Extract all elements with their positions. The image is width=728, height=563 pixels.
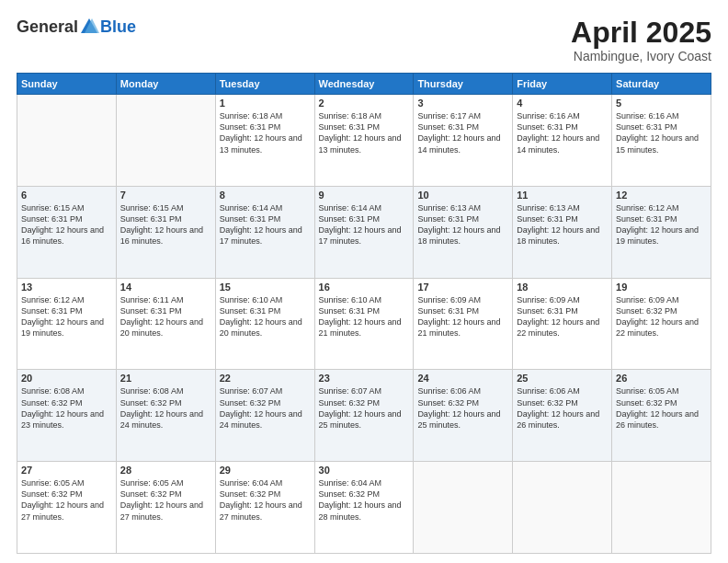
day-number: 22 <box>220 373 311 384</box>
day-number: 13 <box>21 282 112 293</box>
day-info: Sunrise: 6:05 AMSunset: 6:32 PMDaylight:… <box>120 478 203 521</box>
logo-general: General <box>17 17 78 37</box>
calendar-day-cell: 12 Sunrise: 6:12 AMSunset: 6:31 PMDaylig… <box>612 186 711 278</box>
calendar-day-cell: 28 Sunrise: 6:05 AMSunset: 6:32 PMDaylig… <box>116 462 215 554</box>
day-info: Sunrise: 6:14 AMSunset: 6:31 PMDaylight:… <box>319 203 402 246</box>
day-number: 29 <box>220 465 311 476</box>
day-info: Sunrise: 6:14 AMSunset: 6:31 PMDaylight:… <box>220 203 302 246</box>
day-number: 6 <box>21 190 112 201</box>
day-info: Sunrise: 6:09 AMSunset: 6:31 PMDaylight:… <box>417 295 500 338</box>
calendar-day-cell: 9 Sunrise: 6:14 AMSunset: 6:31 PMDayligh… <box>314 186 414 278</box>
header: General Blue April 2025 Nambingue, Ivory… <box>17 17 711 63</box>
calendar-day-cell: 3 Sunrise: 6:17 AMSunset: 6:31 PMDayligh… <box>414 95 513 187</box>
calendar-day-cell: 16 Sunrise: 6:10 AMSunset: 6:31 PMDaylig… <box>314 278 414 370</box>
calendar-header-monday: Monday <box>116 74 215 95</box>
day-info: Sunrise: 6:07 AMSunset: 6:32 PMDaylight:… <box>220 386 302 429</box>
logo-icon <box>79 17 99 37</box>
day-number: 1 <box>220 98 311 109</box>
day-number: 19 <box>616 282 707 293</box>
day-number: 2 <box>319 98 410 109</box>
logo-text: General Blue <box>17 17 136 37</box>
day-number: 4 <box>517 98 608 109</box>
calendar-header-sunday: Sunday <box>17 74 117 95</box>
calendar-day-cell: 19 Sunrise: 6:09 AMSunset: 6:32 PMDaylig… <box>612 278 711 370</box>
calendar-day-cell: 25 Sunrise: 6:06 AMSunset: 6:32 PMDaylig… <box>513 370 612 462</box>
day-number: 18 <box>517 282 608 293</box>
calendar-week-row: 20 Sunrise: 6:08 AMSunset: 6:32 PMDaylig… <box>17 370 711 462</box>
day-number: 14 <box>120 282 211 293</box>
calendar-day-cell: 15 Sunrise: 6:10 AMSunset: 6:31 PMDaylig… <box>215 278 314 370</box>
calendar-day-cell: 2 Sunrise: 6:18 AMSunset: 6:31 PMDayligh… <box>314 95 414 187</box>
calendar-day-cell: 27 Sunrise: 6:05 AMSunset: 6:32 PMDaylig… <box>17 462 117 554</box>
calendar-day-cell: 10 Sunrise: 6:13 AMSunset: 6:31 PMDaylig… <box>414 186 513 278</box>
calendar-header-thursday: Thursday <box>414 74 513 95</box>
page: General Blue April 2025 Nambingue, Ivory… <box>0 0 728 563</box>
location: Nambingue, Ivory Coast <box>571 49 711 63</box>
calendar-day-cell <box>414 462 513 554</box>
day-number: 8 <box>220 190 311 201</box>
day-info: Sunrise: 6:09 AMSunset: 6:31 PMDaylight:… <box>517 295 599 338</box>
day-info: Sunrise: 6:08 AMSunset: 6:32 PMDaylight:… <box>120 386 203 429</box>
day-info: Sunrise: 6:07 AMSunset: 6:32 PMDaylight:… <box>319 386 402 429</box>
day-number: 27 <box>21 465 112 476</box>
logo-blue: Blue <box>100 17 136 37</box>
day-number: 23 <box>319 373 410 384</box>
day-info: Sunrise: 6:15 AMSunset: 6:31 PMDaylight:… <box>120 203 203 246</box>
calendar-header-friday: Friday <box>513 74 612 95</box>
day-info: Sunrise: 6:13 AMSunset: 6:31 PMDaylight:… <box>417 203 500 246</box>
day-info: Sunrise: 6:18 AMSunset: 6:31 PMDaylight:… <box>319 111 402 154</box>
day-info: Sunrise: 6:12 AMSunset: 6:31 PMDaylight:… <box>21 295 104 338</box>
calendar-day-cell <box>513 462 612 554</box>
day-info: Sunrise: 6:13 AMSunset: 6:31 PMDaylight:… <box>517 203 599 246</box>
calendar-day-cell: 24 Sunrise: 6:06 AMSunset: 6:32 PMDaylig… <box>414 370 513 462</box>
day-info: Sunrise: 6:16 AMSunset: 6:31 PMDaylight:… <box>517 111 599 154</box>
day-number: 15 <box>220 282 311 293</box>
calendar-header-row: SundayMondayTuesdayWednesdayThursdayFrid… <box>17 74 711 95</box>
calendar-day-cell: 17 Sunrise: 6:09 AMSunset: 6:31 PMDaylig… <box>414 278 513 370</box>
day-number: 30 <box>319 465 410 476</box>
day-info: Sunrise: 6:17 AMSunset: 6:31 PMDaylight:… <box>417 111 500 154</box>
calendar-day-cell: 21 Sunrise: 6:08 AMSunset: 6:32 PMDaylig… <box>116 370 215 462</box>
calendar-week-row: 1 Sunrise: 6:18 AMSunset: 6:31 PMDayligh… <box>17 95 711 187</box>
calendar-day-cell: 13 Sunrise: 6:12 AMSunset: 6:31 PMDaylig… <box>17 278 117 370</box>
calendar-day-cell: 23 Sunrise: 6:07 AMSunset: 6:32 PMDaylig… <box>314 370 414 462</box>
day-number: 3 <box>417 98 508 109</box>
title-area: April 2025 Nambingue, Ivory Coast <box>571 17 711 63</box>
calendar-day-cell: 6 Sunrise: 6:15 AMSunset: 6:31 PMDayligh… <box>17 186 117 278</box>
calendar-day-cell: 30 Sunrise: 6:04 AMSunset: 6:32 PMDaylig… <box>314 462 414 554</box>
day-number: 28 <box>120 465 211 476</box>
calendar-day-cell: 4 Sunrise: 6:16 AMSunset: 6:31 PMDayligh… <box>513 95 612 187</box>
day-info: Sunrise: 6:15 AMSunset: 6:31 PMDaylight:… <box>21 203 104 246</box>
day-info: Sunrise: 6:10 AMSunset: 6:31 PMDaylight:… <box>319 295 402 338</box>
day-info: Sunrise: 6:06 AMSunset: 6:32 PMDaylight:… <box>417 386 500 429</box>
day-number: 17 <box>417 282 508 293</box>
calendar-header-saturday: Saturday <box>612 74 711 95</box>
calendar-day-cell <box>116 95 215 187</box>
calendar-header-tuesday: Tuesday <box>215 74 314 95</box>
calendar-day-cell: 22 Sunrise: 6:07 AMSunset: 6:32 PMDaylig… <box>215 370 314 462</box>
calendar-day-cell: 20 Sunrise: 6:08 AMSunset: 6:32 PMDaylig… <box>17 370 117 462</box>
calendar-day-cell: 18 Sunrise: 6:09 AMSunset: 6:31 PMDaylig… <box>513 278 612 370</box>
day-number: 25 <box>517 373 608 384</box>
day-number: 26 <box>616 373 707 384</box>
day-number: 10 <box>417 190 508 201</box>
calendar-day-cell: 26 Sunrise: 6:05 AMSunset: 6:32 PMDaylig… <box>612 370 711 462</box>
day-number: 24 <box>417 373 508 384</box>
day-info: Sunrise: 6:18 AMSunset: 6:31 PMDaylight:… <box>220 111 302 154</box>
day-info: Sunrise: 6:05 AMSunset: 6:32 PMDaylight:… <box>21 478 104 521</box>
month-title: April 2025 <box>571 17 711 49</box>
calendar-day-cell: 1 Sunrise: 6:18 AMSunset: 6:31 PMDayligh… <box>215 95 314 187</box>
day-info: Sunrise: 6:16 AMSunset: 6:31 PMDaylight:… <box>616 111 699 154</box>
logo: General Blue <box>17 17 136 37</box>
calendar-day-cell: 8 Sunrise: 6:14 AMSunset: 6:31 PMDayligh… <box>215 186 314 278</box>
calendar-week-row: 13 Sunrise: 6:12 AMSunset: 6:31 PMDaylig… <box>17 278 711 370</box>
calendar-day-cell: 5 Sunrise: 6:16 AMSunset: 6:31 PMDayligh… <box>612 95 711 187</box>
calendar-week-row: 6 Sunrise: 6:15 AMSunset: 6:31 PMDayligh… <box>17 186 711 278</box>
day-info: Sunrise: 6:06 AMSunset: 6:32 PMDaylight:… <box>517 386 599 429</box>
calendar-day-cell: 11 Sunrise: 6:13 AMSunset: 6:31 PMDaylig… <box>513 186 612 278</box>
day-info: Sunrise: 6:11 AMSunset: 6:31 PMDaylight:… <box>120 295 203 338</box>
calendar-week-row: 27 Sunrise: 6:05 AMSunset: 6:32 PMDaylig… <box>17 462 711 554</box>
day-number: 20 <box>21 373 112 384</box>
calendar-day-cell <box>17 95 117 187</box>
day-number: 21 <box>120 373 211 384</box>
